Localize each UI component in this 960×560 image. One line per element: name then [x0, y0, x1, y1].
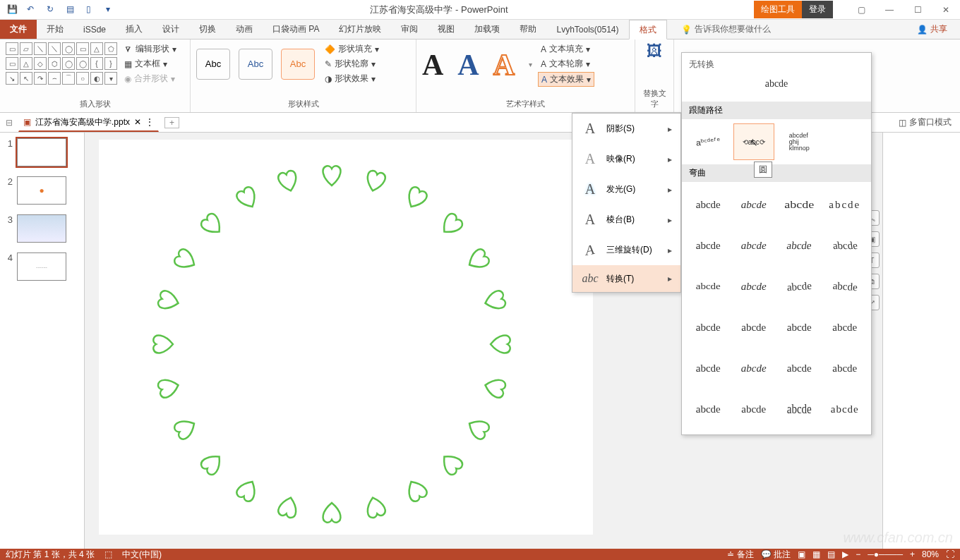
warp-option[interactable]: abcde — [688, 350, 729, 386]
save-icon[interactable]: 💾 — [7, 4, 18, 16]
heart-shape[interactable] — [397, 472, 436, 511]
heart-shape[interactable] — [228, 472, 267, 511]
warp-option[interactable]: abcde — [779, 387, 820, 431]
tab-addins[interactable]: 加载项 — [464, 20, 510, 39]
zoom-in-icon[interactable]: + — [910, 549, 915, 559]
text-outline-button[interactable]: A文本轮廓 ▾ — [538, 57, 594, 71]
spellcheck-icon[interactable]: ⬚ — [104, 549, 112, 559]
warp-option[interactable]: abcde — [688, 391, 729, 427]
warp-option[interactable]: abcde — [777, 267, 821, 306]
warp-option[interactable]: abcde — [688, 272, 729, 301]
text-fill-button[interactable]: A文本填充 ▾ — [538, 42, 594, 56]
warp-option[interactable]: abcde — [779, 309, 820, 346]
touch-icon[interactable]: ▯ — [86, 4, 97, 16]
tab-view[interactable]: 视图 — [428, 20, 464, 39]
tab-file[interactable]: 文件 — [0, 20, 37, 39]
doc-tab[interactable]: ▣ 江苏省海安高级中学.pptx ✕ ⋮ — [18, 114, 159, 132]
tab-pocket-anim[interactable]: 口袋动画 PA — [263, 20, 329, 39]
heart-shape[interactable] — [166, 410, 205, 449]
close-icon[interactable]: ✕ — [932, 0, 960, 20]
heart-shape[interactable] — [270, 164, 305, 198]
undo-icon[interactable]: ↶ — [27, 4, 38, 16]
heart-shape[interactable] — [431, 205, 472, 245]
warp-option[interactable]: abcde — [733, 391, 775, 427]
minimize-icon[interactable]: — — [875, 0, 904, 20]
warp-option[interactable]: abcde — [733, 309, 775, 346]
heart-shape[interactable] — [478, 283, 512, 317]
warp-option[interactable]: abcde — [733, 268, 775, 305]
menu-bevel[interactable]: A棱台(B)▸ — [572, 205, 680, 235]
path-arch-down[interactable]: abcdefghijklmnop — [779, 123, 820, 160]
menu-transform[interactable]: abc转换(T)▸ — [572, 265, 680, 292]
transform-none[interactable]: abcde — [690, 78, 863, 90]
fit-window-icon[interactable]: ⛶ — [946, 549, 954, 559]
warp-option[interactable]: abcde — [733, 227, 775, 264]
heart-shape[interactable] — [151, 283, 186, 317]
heart-shape[interactable] — [460, 241, 498, 279]
merge-shapes-button[interactable]: ◉合并形状 ▾ — [121, 72, 179, 85]
close-tab-icon[interactable]: ✕ — [134, 117, 141, 127]
thumb-2[interactable]: ● — [17, 176, 66, 205]
maximize-icon[interactable]: ☐ — [904, 0, 932, 20]
tab-design[interactable]: 设计 — [152, 20, 189, 39]
multi-window-button[interactable]: ◫ 多窗口模式 — [896, 114, 954, 131]
wordart-gallery[interactable]: A A A ▾ — [422, 48, 532, 82]
tab-lvyhtools[interactable]: LvyhTools(0514) — [546, 20, 628, 39]
heart-shape[interactable] — [397, 178, 436, 217]
tab-format[interactable]: 格式 — [629, 20, 667, 39]
notes-button[interactable]: ≐ 备注 — [727, 549, 753, 561]
alt-text-icon[interactable]: 🖼 — [647, 42, 662, 61]
tab-help[interactable]: 帮助 — [510, 20, 546, 39]
new-tab-button[interactable]: + — [164, 117, 179, 128]
heart-shape[interactable] — [359, 490, 393, 525]
menu-glow[interactable]: A发光(G)▸ — [572, 174, 680, 205]
login-button[interactable]: 登录 — [802, 1, 833, 18]
thumb-4[interactable]: ------ — [17, 252, 66, 281]
shapes-gallery[interactable]: ▭▱＼＼ ◯▭△⬠ ▭△◇⬡ ◯◯{} ↘↖↷⌢ ⌒○◐▾ — [6, 42, 117, 85]
tab-animation[interactable]: 动画 — [226, 20, 263, 39]
warp-option[interactable]: abcde — [688, 309, 729, 346]
path-arch[interactable]: aᵇᶜᵈᵉᶠᵉ — [688, 123, 729, 160]
heart-shape[interactable] — [359, 164, 393, 198]
tab-slideshow[interactable]: 幻灯片放映 — [329, 20, 391, 39]
view-normal-icon[interactable]: ▣ — [798, 549, 805, 559]
view-sorter-icon[interactable]: ▦ — [812, 549, 820, 559]
warp-option[interactable]: abcde — [779, 350, 820, 386]
shape-fill-button[interactable]: 🔶形状填充 ▾ — [322, 42, 382, 56]
redo-icon[interactable]: ↻ — [47, 4, 58, 16]
warp-option[interactable]: abcde — [824, 186, 866, 223]
edit-shape-button[interactable]: ⛛编辑形状 ▾ — [121, 42, 179, 56]
warp-option[interactable]: abcde — [822, 227, 868, 264]
zoom-value[interactable]: 80% — [922, 549, 939, 559]
shape-styles-gallery[interactable]: Abc Abc Abc — [196, 49, 315, 80]
warp-option[interactable]: abcde — [733, 350, 775, 386]
zoom-out-icon[interactable]: − — [856, 549, 860, 559]
warp-option[interactable]: abcde — [688, 186, 729, 223]
view-reading-icon[interactable]: ▤ — [827, 549, 835, 559]
share-button[interactable]: 👤 共享 — [904, 20, 960, 39]
ribbon-display-icon[interactable]: ▢ — [847, 0, 875, 20]
heart-shape[interactable] — [270, 490, 305, 525]
tab-insert[interactable]: 插入 — [116, 20, 152, 39]
tab-transition[interactable]: 切换 — [189, 20, 226, 39]
heart-shape[interactable] — [151, 371, 186, 406]
tab-menu-icon[interactable]: ⋮ — [145, 117, 154, 127]
warp-option[interactable]: abcde — [824, 391, 866, 427]
menu-reflection[interactable]: A映像(R)▸ — [572, 144, 680, 174]
heart-shape[interactable] — [318, 161, 346, 189]
heart-shape[interactable] — [228, 178, 267, 217]
textbox-button[interactable]: ▦文本框 ▾ — [121, 57, 179, 71]
tab-home[interactable]: 开始 — [37, 20, 73, 39]
heart-shape[interactable] — [192, 205, 232, 245]
language-status[interactable]: 中文(中国) — [122, 549, 162, 561]
path-circle[interactable]: ⟲abc⟳ ↖ 圆 — [733, 123, 775, 160]
menu-shadow[interactable]: A阴影(S)▸ — [572, 114, 680, 144]
warp-option[interactable]: abcde — [688, 227, 729, 264]
menu-3d-rotation[interactable]: A三维旋转(D)▸ — [572, 235, 680, 265]
heart-shape[interactable] — [318, 499, 346, 528]
warp-option[interactable]: abcde — [823, 267, 867, 306]
heart-shape[interactable] — [460, 410, 498, 449]
tell-me-search[interactable]: 💡 告诉我你想要做什么 — [681, 20, 771, 39]
view-slideshow-icon[interactable]: ▶ — [842, 549, 848, 559]
heart-shape[interactable] — [166, 241, 205, 279]
